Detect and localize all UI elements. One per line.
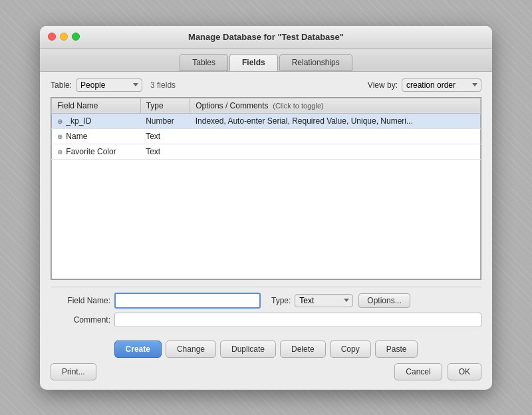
change-button[interactable]: Change [166, 341, 216, 358]
cancel-button[interactable]: Cancel [394, 363, 442, 380]
toolbar-row: Table: People 3 fields View by: creation… [51, 78, 481, 92]
type-select[interactable]: Text Number Date Time Timestamp Containe… [295, 294, 353, 307]
viewby-select[interactable]: creation order [402, 78, 481, 92]
footer-left: Print... [51, 363, 96, 380]
fields-table: Field Name Type Options / Comments (Clic… [51, 98, 481, 279]
field-name-cell: ⊕ Favorite Color [52, 144, 141, 159]
field-name-input[interactable] [114, 293, 261, 309]
footer-right: Cancel OK [394, 363, 481, 380]
field-name-label: Field Name: [51, 296, 110, 305]
titlebar: Manage Database for "Test Database" [40, 26, 492, 49]
ok-button[interactable]: OK [448, 363, 481, 380]
comment-row: Comment: [51, 313, 481, 327]
fields-table-container: Field Name Type Options / Comments (Clic… [51, 97, 481, 280]
close-button[interactable] [48, 33, 56, 41]
paste-button[interactable]: Paste [375, 341, 418, 358]
field-options-cell [190, 128, 481, 144]
comment-label: Comment: [51, 315, 110, 325]
col-header-field-name[interactable]: Field Name [52, 98, 141, 113]
main-content: Table: People 3 fields View by: creation… [40, 72, 492, 390]
field-options-cell: Indexed, Auto-enter Serial, Required Val… [190, 113, 481, 128]
field-type-cell: Text [140, 144, 190, 159]
options-button[interactable]: Options... [358, 293, 410, 308]
traffic-lights [48, 33, 80, 41]
table-label: Table: [51, 80, 72, 90]
duplicate-button[interactable]: Duplicate [220, 341, 276, 358]
create-button[interactable]: Create [114, 341, 162, 358]
tab-fields[interactable]: Fields [229, 54, 278, 71]
manage-database-window: Manage Database for "Test Database" Tabl… [40, 26, 492, 390]
table-row[interactable]: ⊕ _kp_ID Number Indexed, Auto-enter Seri… [52, 113, 481, 128]
sort-icon: ⊕ [57, 118, 63, 125]
tab-relationships[interactable]: Relationships [279, 54, 352, 71]
col-header-options: Options / Comments (Click to toggle) [190, 98, 481, 113]
table-row[interactable]: ⊕ Favorite Color Text [52, 144, 481, 159]
field-name-cell: ⊕ Name [52, 128, 141, 144]
copy-button[interactable]: Copy [330, 341, 371, 358]
tabs-bar: Tables Fields Relationships [40, 49, 492, 72]
minimize-button[interactable] [60, 33, 68, 41]
print-button[interactable]: Print... [51, 363, 96, 380]
maximize-button[interactable] [72, 33, 80, 41]
table-select[interactable]: People [76, 78, 142, 92]
action-buttons: Create Change Duplicate Delete Copy Past… [51, 341, 481, 358]
field-options-cell [190, 144, 481, 159]
col-header-type[interactable]: Type [140, 98, 190, 113]
field-name-row: Field Name: Type: Text Number Date Time … [51, 293, 481, 309]
empty-row [52, 159, 481, 279]
field-name-cell: ⊕ _kp_ID [52, 113, 141, 128]
sort-icon: ⊕ [57, 133, 63, 140]
type-label: Type: [271, 296, 291, 305]
comment-input[interactable] [114, 313, 481, 327]
footer-row: Print... Cancel OK [51, 358, 481, 383]
delete-button[interactable]: Delete [280, 341, 326, 358]
field-type-cell: Text [140, 128, 190, 144]
sort-icon: ⊕ [57, 148, 63, 156]
viewby-label: View by: [368, 80, 398, 90]
field-count: 3 fields [150, 80, 368, 90]
field-type-cell: Number [140, 113, 190, 128]
bottom-form: Field Name: Type: Text Number Date Time … [51, 287, 481, 335]
window-title: Manage Database for "Test Database" [188, 32, 344, 42]
click-to-toggle: (Click to toggle) [273, 102, 323, 110]
table-row[interactable]: ⊕ Name Text [52, 128, 481, 144]
tab-tables[interactable]: Tables [180, 54, 228, 71]
